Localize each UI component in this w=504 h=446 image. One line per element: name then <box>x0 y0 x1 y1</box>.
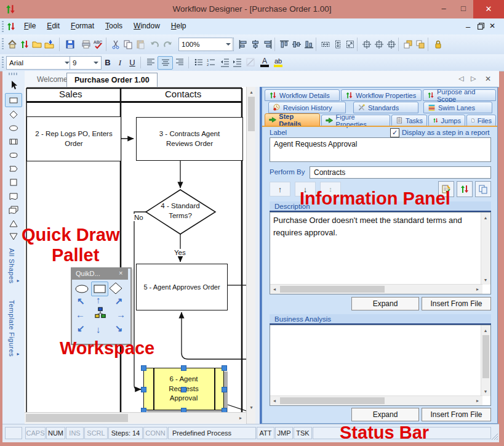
scroll-up-icon[interactable]: ▴ <box>481 214 490 222</box>
business-analysis-textarea[interactable]: ▴ ▾ ◂ ▸ <box>270 325 491 406</box>
flow-step-5[interactable]: 5 - Agent Approves Order <box>136 264 228 310</box>
display-shape-tool[interactable] <box>6 162 22 175</box>
tab-workflow-details[interactable]: Workflow Details <box>265 89 340 101</box>
label-input[interactable]: Agent Requests Approval <box>270 137 491 162</box>
resize-grip[interactable] <box>491 433 498 440</box>
scroll-down-icon[interactable]: ▾ <box>481 387 490 396</box>
tab-step-details[interactable]: Step Details <box>265 113 320 126</box>
increase-indent-button[interactable] <box>230 56 244 68</box>
flow-step-2[interactable]: 2 - Rep Logs PO, Enters Order <box>26 116 121 161</box>
tab-files[interactable]: Files <box>466 115 496 126</box>
decision-tool[interactable] <box>6 108 22 121</box>
tab-figure-properties[interactable]: Figure Properties <box>321 115 390 126</box>
business-hscrollbar[interactable]: ◂ ▸ <box>270 395 482 405</box>
tab-purpose-and-scope[interactable]: Purpose and Scope <box>423 89 496 101</box>
multi-document-tool[interactable] <box>6 203 22 216</box>
sidebar-section-template-figures[interactable]: Template Figures▸ <box>8 300 21 359</box>
menu-help[interactable]: Help <box>166 18 192 30</box>
selection-handle[interactable] <box>222 365 227 371</box>
scroll-right-icon[interactable]: ▸ <box>474 285 481 294</box>
description-textarea[interactable]: Purchase Order doesn't meet the standard… <box>270 212 491 294</box>
tab-workflow-properties[interactable]: Workflow Properties <box>341 89 422 101</box>
menu-file[interactable]: File <box>18 18 41 30</box>
sidebar-section-all-shapes[interactable]: All Shapes▸ <box>8 248 21 286</box>
hscroll-thumb[interactable] <box>26 414 128 422</box>
tab-swim-lanes[interactable]: Swim Lanes <box>423 102 492 113</box>
draw-up-right-arrow[interactable]: ↗ <box>115 296 123 307</box>
selection-handle[interactable] <box>141 365 146 371</box>
draw-down-left-arrow[interactable]: ↙ <box>77 323 85 334</box>
font-name-combobox[interactable]: Arial <box>6 56 73 70</box>
draw-left-arrow[interactable]: ← <box>76 309 85 320</box>
perform-by-input[interactable] <box>310 166 491 179</box>
same-size-button[interactable] <box>343 37 357 51</box>
menu-window[interactable]: Window <box>128 18 166 30</box>
tab-scroll-right-button[interactable]: ▷ <box>471 75 476 83</box>
draw-right-arrow[interactable]: → <box>116 309 126 320</box>
import-button[interactable] <box>42 37 56 51</box>
tab-close-button[interactable]: ✕ <box>485 75 491 83</box>
workspace-hscrollbar[interactable]: ▸ <box>25 412 246 423</box>
quick-draw-palette[interactable]: QuikD... × ↖ ↑ ↗ ← → ↙ ↓ ↘ <box>71 267 132 345</box>
reorder-steps-button[interactable]: ↕ <box>320 182 341 197</box>
scroll-up-icon[interactable]: ▴ <box>481 326 490 335</box>
maximize-button[interactable]: □ <box>454 4 473 15</box>
close-icon[interactable]: × <box>119 269 122 277</box>
triangle-down-tool[interactable] <box>6 230 22 243</box>
minimize-button[interactable]: – <box>434 4 453 15</box>
pointer-tool[interactable] <box>6 78 22 91</box>
highlight-color-button[interactable]: ab <box>272 56 284 69</box>
text-direction-button[interactable] <box>243 56 257 68</box>
notes-button[interactable] <box>438 181 454 197</box>
draw-down-arrow[interactable]: ↓ <box>96 324 101 334</box>
close-button[interactable]: ✕ <box>473 0 504 18</box>
selection-handle[interactable] <box>222 387 227 392</box>
scroll-right-icon[interactable]: ▸ <box>474 397 481 405</box>
scroll-down-icon[interactable]: ▾ <box>247 403 256 412</box>
lock-button[interactable] <box>431 37 445 51</box>
align-right-objects-button[interactable] <box>260 37 274 51</box>
mdi-restore-button[interactable] <box>478 23 484 30</box>
tab-jumps[interactable]: Jumps <box>428 115 465 126</box>
text-align-left-button[interactable] <box>143 56 158 68</box>
menu-edit[interactable]: Edit <box>41 18 65 30</box>
hscroll-thumb[interactable] <box>280 397 385 404</box>
vscroll-thumb[interactable] <box>482 335 489 378</box>
tab-standards[interactable]: Standards <box>353 102 418 113</box>
sub-workflow-button[interactable] <box>457 181 473 197</box>
workspace-vscrollbar[interactable]: ▴ ▾ <box>246 87 256 424</box>
terminator-tool[interactable] <box>6 148 22 161</box>
scroll-right-icon[interactable]: ▸ <box>236 414 245 423</box>
selection-handle[interactable] <box>181 365 186 371</box>
draw-down-right-arrow[interactable]: ↘ <box>115 323 123 334</box>
tab-tasks[interactable]: Tasks <box>391 115 427 126</box>
save-button[interactable] <box>63 37 77 51</box>
display-as-step-checkbox[interactable]: ✓ <box>390 128 399 137</box>
description-insert-from-file-button[interactable]: Insert From File <box>422 297 491 310</box>
business-insert-from-file-button[interactable]: Insert From File <box>422 408 491 421</box>
description-hscrollbar[interactable]: ◂ ▸ <box>270 284 482 294</box>
business-expand-button[interactable]: Expand <box>351 408 419 421</box>
zoom-combobox[interactable]: 100% <box>178 38 234 51</box>
quickdraw-ellipse-tool[interactable] <box>74 284 89 294</box>
hscroll-thumb[interactable] <box>280 286 385 293</box>
ellipse-tool[interactable] <box>6 121 22 134</box>
quickdraw-decision-tool[interactable] <box>109 282 122 294</box>
duplicate-button[interactable] <box>475 181 491 197</box>
description-vscrollbar[interactable]: ▴ ▾ <box>481 213 490 285</box>
move-step-down-button[interactable]: ↓ <box>295 182 316 197</box>
redo-button[interactable] <box>160 37 174 51</box>
rectangle-tool[interactable] <box>5 93 22 107</box>
font-size-combobox[interactable]: 9 <box>70 56 102 70</box>
align-bottom-objects-button[interactable] <box>302 37 316 51</box>
mdi-minimize-button[interactable]: – <box>466 22 470 31</box>
numbered-list-button[interactable] <box>204 56 218 68</box>
send-to-back-button[interactable] <box>413 37 427 51</box>
panel-splitter[interactable] <box>255 87 262 424</box>
triangle-up-tool[interactable] <box>6 217 22 230</box>
scroll-up-icon[interactable]: ▴ <box>247 88 256 97</box>
scroll-left-icon[interactable]: ◂ <box>271 397 278 405</box>
description-expand-button[interactable]: Expand <box>351 297 419 310</box>
menu-format[interactable]: Format <box>65 18 100 30</box>
scroll-down-icon[interactable]: ▾ <box>481 276 490 285</box>
